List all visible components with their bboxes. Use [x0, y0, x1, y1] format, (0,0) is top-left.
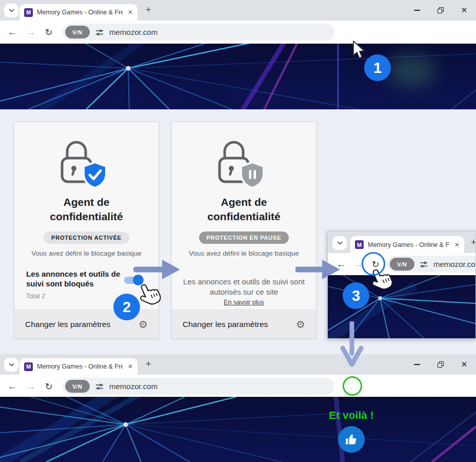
step-3-badge: 3 — [343, 282, 369, 309]
minimize-icon — [414, 10, 420, 11]
back-button[interactable]: ← — [4, 21, 21, 44]
restore-button[interactable] — [429, 354, 452, 375]
arrow-cursor-icon — [352, 41, 368, 60]
status-badge: PROTECTION ACTIVÉE — [44, 232, 129, 244]
chevron-down-icon — [9, 9, 14, 12]
tab-title: Memory Games - Online & Free — [368, 241, 449, 248]
thumbs-up-icon — [345, 433, 359, 447]
restore-icon — [438, 7, 444, 13]
success-label: Et voilà ! — [315, 409, 387, 421]
card-subtitle: Vous avez défini le blocage basique — [189, 249, 299, 257]
thumbs-up-badge — [338, 426, 365, 453]
close-window-button[interactable]: ✕ — [452, 354, 476, 375]
reload-icon: ↻ — [45, 27, 52, 38]
forward-icon: → — [26, 27, 36, 38]
browser-tab[interactable]: M Memory Games - Online & Free ✕ — [19, 358, 137, 375]
card-footer: Changer les paramètres ⚙ — [172, 310, 316, 338]
back-icon: ← — [8, 381, 17, 392]
back-icon: ← — [8, 27, 17, 38]
tab-close-icon[interactable]: ✕ — [127, 363, 133, 370]
bottom-tabstrip: M Memory Games - Online & Free ✕ + ✕ — [0, 354, 476, 375]
change-settings-link[interactable]: Changer les paramètres — [25, 320, 110, 329]
address-bar[interactable]: V∕N memozor.com — [63, 378, 334, 395]
url-text: memozor.com — [433, 260, 476, 268]
reload-button[interactable]: ↻ — [41, 21, 57, 44]
tab-title: Memory Games - Online & Free — [37, 363, 123, 370]
webpage-hero-image — [0, 44, 476, 109]
reload-highlight-ring — [362, 252, 385, 276]
blocked-title: Les annonces et outils de suivi sont blo… — [26, 270, 121, 289]
restore-button[interactable] — [429, 0, 452, 21]
reload-button[interactable]: ↻ — [41, 375, 57, 398]
lock-shield-check-icon — [48, 136, 125, 189]
back-button[interactable]: ← — [4, 375, 21, 398]
top-tabstrip: M Memory Games - Online & Free ✕ + ✕ — [0, 0, 476, 21]
site-settings-icon[interactable] — [419, 260, 428, 269]
chevron-down-icon — [337, 241, 343, 245]
chevron-down-icon — [9, 363, 14, 367]
minimize-button[interactable] — [405, 354, 429, 375]
card-title: Agent de confidentialité — [190, 195, 298, 223]
bottom-toolbar: ← → ↻ V∕N memozor.com ☆ — [0, 375, 476, 398]
step-1-badge: 1 — [364, 54, 391, 81]
glow-spot — [387, 54, 436, 87]
card-subtitle: Vous avez défini le blocage basique — [31, 249, 142, 257]
privacy-popup-paused: Agent de confidentialité PROTECTION EN P… — [171, 122, 316, 339]
allowed-text: Les annonces et outils de suivi sont aut… — [183, 277, 306, 297]
tab-search-button[interactable] — [4, 4, 18, 17]
minimize-button[interactable] — [405, 0, 429, 21]
status-badge: PROTECTION EN PAUSE — [199, 232, 289, 244]
top-toolbar: ← → ↻ V∕N memozor.com ☆ 2 — [0, 21, 476, 44]
vpn-badge[interactable]: V∕N — [65, 380, 90, 393]
privacy-icon-highlight-ring — [343, 376, 362, 396]
site-favicon: M — [24, 8, 33, 17]
change-settings-link[interactable]: Changer les paramètres — [183, 320, 268, 329]
new-tab-button[interactable]: + — [471, 237, 476, 248]
address-bar[interactable]: V∕N memozor.com — [63, 24, 334, 41]
site-favicon: M — [24, 362, 33, 371]
tutorial-screenshot: { "colors": { "accent_blue": "#1a73e8", … — [0, 0, 476, 462]
url-text: memozor.com — [109, 28, 157, 36]
forward-button[interactable]: → — [23, 375, 39, 398]
reload-icon: ↻ — [45, 381, 52, 392]
new-tab-button[interactable]: + — [146, 359, 151, 370]
card-title: Agent de confidentialité — [33, 195, 141, 223]
vpn-badge[interactable]: V∕N — [65, 26, 90, 38]
site-favicon: M — [355, 240, 364, 249]
gear-icon[interactable]: ⚙ — [296, 318, 305, 331]
mini-tabstrip: M Memory Games - Online & Free ✕ + — [328, 232, 475, 253]
tab-search-button[interactable] — [332, 236, 347, 250]
lock-shield-pause-icon — [206, 136, 283, 189]
address-bar[interactable]: V∕N memozor.com — [387, 256, 476, 273]
tab-close-icon[interactable]: ✕ — [127, 9, 133, 16]
minimize-icon — [414, 364, 420, 365]
url-text: memozor.com — [109, 382, 157, 391]
site-settings-icon[interactable] — [95, 382, 104, 391]
browser-tab[interactable]: M Memory Games - Online & Free ✕ — [350, 236, 464, 253]
tab-title: Memory Games - Online & Free — [37, 9, 123, 16]
gear-icon[interactable]: ⚙ — [138, 318, 148, 331]
step-arrow-down — [340, 321, 364, 369]
mini-toolbar: ← → ↻ V∕N memozor.com — [328, 253, 475, 275]
forward-button[interactable]: → — [23, 21, 39, 44]
step-arrow-right-2 — [295, 259, 342, 280]
vpn-badge[interactable]: V∕N — [390, 258, 414, 271]
step-2-badge: 2 — [113, 294, 140, 320]
site-settings-icon[interactable] — [95, 28, 104, 37]
learn-more-link[interactable]: En savoir plus — [224, 299, 264, 306]
close-icon: ✕ — [461, 360, 468, 369]
webpage-hero-image — [0, 397, 476, 462]
tab-close-icon[interactable]: ✕ — [453, 241, 460, 248]
forward-icon: → — [26, 381, 36, 392]
close-window-button[interactable]: ✕ — [452, 0, 476, 21]
close-icon: ✕ — [461, 6, 468, 15]
restore-icon — [438, 361, 444, 368]
new-tab-button[interactable]: + — [146, 5, 151, 15]
step-arrow-right-1 — [133, 259, 182, 280]
browser-tab[interactable]: M Memory Games - Online & Free ✕ — [19, 4, 137, 21]
tab-search-button[interactable] — [4, 358, 18, 372]
